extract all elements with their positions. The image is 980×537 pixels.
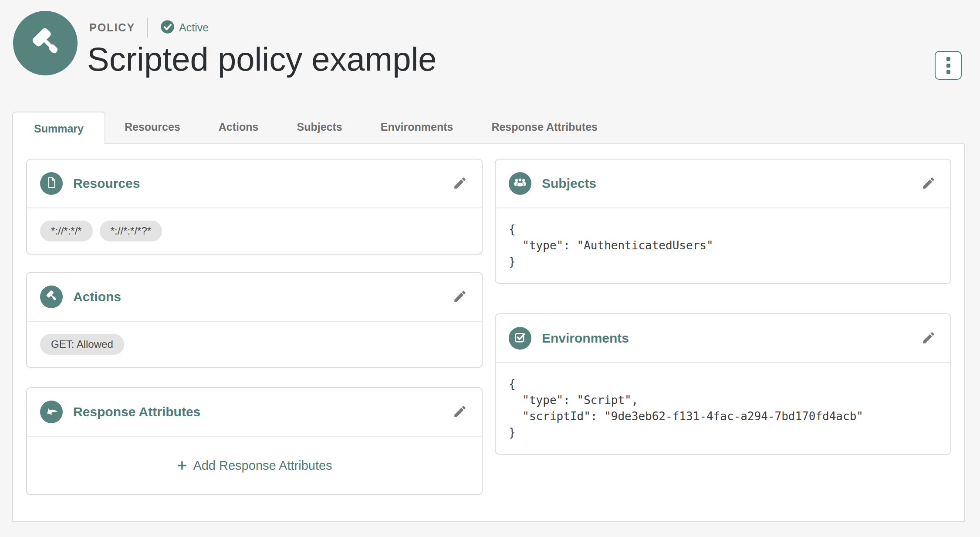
policy-avatar — [13, 11, 78, 75]
response-attributes-card-body: Add Response Attributes — [27, 437, 482, 494]
response-attributes-card: Response Attributes Add — [26, 387, 483, 495]
actions-card-header: Actions — [27, 273, 482, 322]
subjects-card: Subjects { "type": "AuthenticatedUsers" … — [495, 159, 951, 284]
subjects-circle — [509, 172, 531, 195]
actions-card-title: Actions — [73, 289, 451, 304]
environments-card: Environments { "type": "Script", "script… — [495, 313, 951, 455]
left-column: Resources *://*:*/* *://*:*/*?* — [26, 159, 483, 495]
response-attributes-edit-button[interactable] — [451, 403, 469, 421]
pencil-icon — [453, 289, 467, 305]
tab-actions[interactable]: Actions — [199, 111, 278, 143]
tab-summary[interactable]: Summary — [12, 112, 105, 144]
pencil-icon — [921, 330, 936, 347]
actions-card-body: GET: Allowed — [27, 322, 482, 367]
status-text: Active — [179, 21, 209, 34]
environments-card-title: Environments — [542, 331, 920, 346]
status-badge: Active — [160, 20, 209, 36]
resource-tag: *://*:*/*?* — [100, 221, 162, 241]
environments-circle — [509, 327, 531, 350]
resources-card-title: Resources — [73, 176, 451, 191]
gavel-icon — [28, 25, 62, 61]
response-attributes-card-header: Response Attributes — [27, 388, 482, 437]
add-response-attributes-label: Add Response Attributes — [193, 459, 332, 473]
resources-card: Resources *://*:*/* *://*:*/*?* — [26, 159, 483, 255]
pencil-icon — [921, 176, 936, 192]
pencil-icon — [453, 404, 467, 420]
tab-environments[interactable]: Environments — [362, 111, 473, 143]
actions-circle — [40, 285, 63, 308]
tab-bar: Summary Resources Actions Subjects Envir… — [12, 110, 965, 143]
resources-card-header: Resources — [27, 160, 482, 208]
tab-resources[interactable]: Resources — [105, 111, 199, 143]
tab-subjects[interactable]: Subjects — [278, 111, 362, 143]
resource-tag: *://*:*/* — [40, 221, 93, 241]
tab-response-attributes[interactable]: Response Attributes — [472, 111, 617, 143]
subjects-card-header: Subjects — [496, 160, 950, 208]
file-icon — [45, 177, 57, 190]
plus-icon — [176, 460, 188, 471]
page-header: POLICY Active Scripted policy example — [0, 0, 980, 110]
resources-card-body: *://*:*/* *://*:*/*?* — [27, 208, 482, 254]
subjects-edit-button[interactable] — [920, 175, 937, 192]
response-attributes-circle — [40, 401, 63, 423]
environments-card-header: Environments — [496, 314, 950, 363]
subjects-card-title: Subjects — [542, 176, 920, 191]
reply-arrow-icon — [45, 404, 58, 419]
gavel-icon — [45, 289, 58, 304]
check-square-icon — [514, 331, 527, 346]
action-tag: GET: Allowed — [40, 334, 124, 355]
actions-edit-button[interactable] — [451, 288, 469, 306]
pencil-icon — [453, 176, 467, 192]
add-response-attributes-button[interactable]: Add Response Attributes — [176, 459, 332, 473]
actions-card: Actions GET: Allowed — [26, 272, 483, 368]
page-title: Scripted policy example — [87, 40, 437, 78]
kebab-icon — [946, 57, 950, 74]
resources-circle — [40, 172, 63, 195]
policy-type-label: POLICY — [89, 21, 135, 34]
environments-edit-button[interactable] — [920, 330, 937, 347]
summary-panel: Resources *://*:*/* *://*:*/*?* — [12, 143, 965, 522]
resources-edit-button[interactable] — [451, 175, 469, 192]
more-options-button[interactable] — [935, 51, 962, 80]
response-attributes-card-title: Response Attributes — [73, 404, 451, 419]
environments-json: { "type": "Script", "scriptId": "9de3eb6… — [496, 363, 950, 454]
right-column: Subjects { "type": "AuthenticatedUsers" … — [495, 159, 951, 455]
subjects-json: { "type": "AuthenticatedUsers" } — [496, 208, 950, 283]
meta-divider — [147, 17, 148, 37]
check-circle-icon — [160, 20, 179, 36]
users-group-icon — [513, 176, 527, 191]
